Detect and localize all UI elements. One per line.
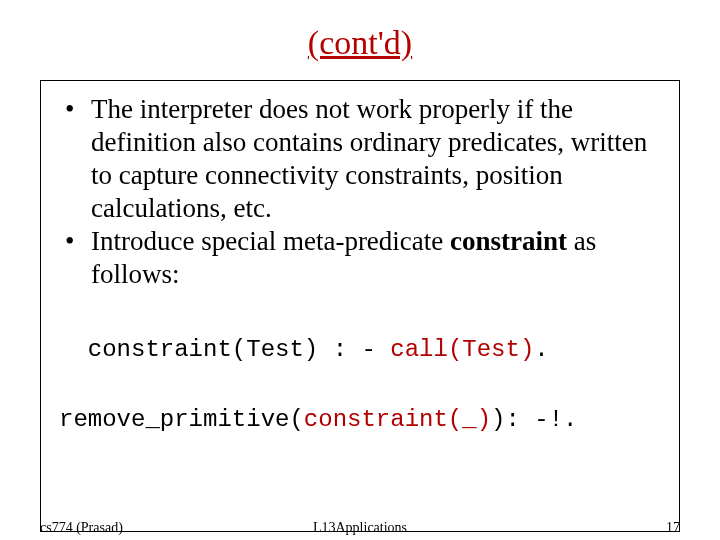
bullet-item-2: Introduce special meta-predicate constra… [59, 225, 661, 291]
bullet-item-1: The interpreter does not work properly i… [59, 93, 661, 225]
bullet2-bold: constraint [450, 226, 567, 256]
slide-title: (cont'd) [0, 0, 720, 80]
bullet2-prefix: Introduce special meta-predicate [91, 226, 450, 256]
code-line-2: remove_primitive(constraint(_)): -!. [59, 403, 661, 438]
code2-post: ): -!. [491, 406, 577, 433]
code1-pre: constraint(Test) : - [59, 336, 390, 363]
bullet-list: The interpreter does not work properly i… [59, 93, 661, 291]
footer-page-number: 17 [666, 520, 680, 536]
code-block: constraint(Test) : - call(Test). remove_… [59, 299, 661, 508]
code-line-1: constraint(Test) : - call(Test). [59, 333, 661, 368]
code2-mid: constraint(_) [304, 406, 491, 433]
footer-center: L13Applications [0, 520, 720, 536]
slide: (cont'd) The interpreter does not work p… [0, 0, 720, 540]
code1-post: . [534, 336, 548, 363]
code1-call: call(Test) [390, 336, 534, 363]
code2-pre: remove_primitive( [59, 406, 304, 433]
content-box: The interpreter does not work properly i… [40, 80, 680, 532]
